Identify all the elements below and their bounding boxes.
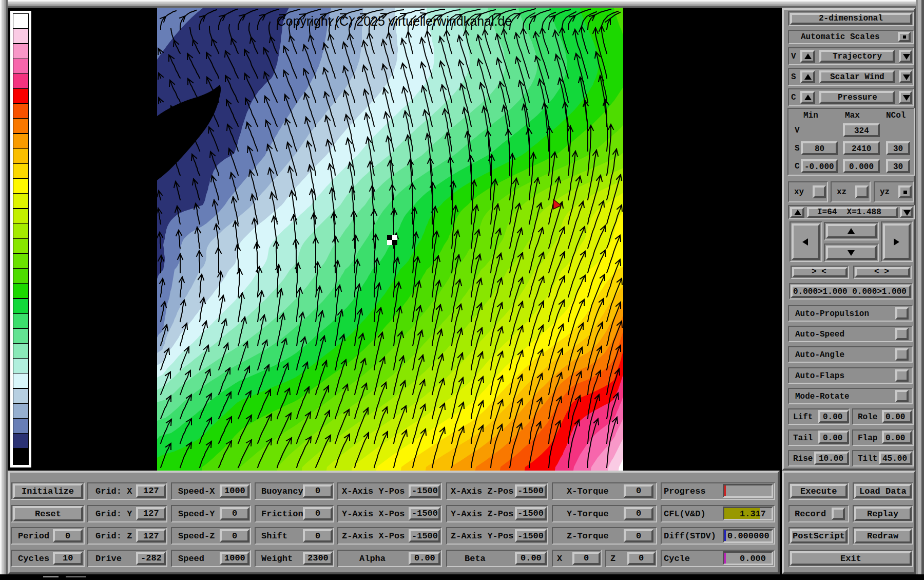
svg-text:Copyright (C) 2025 virtuellerw: Copyright (C) 2025 virtuellerwindkanal.d… [277,14,512,28]
